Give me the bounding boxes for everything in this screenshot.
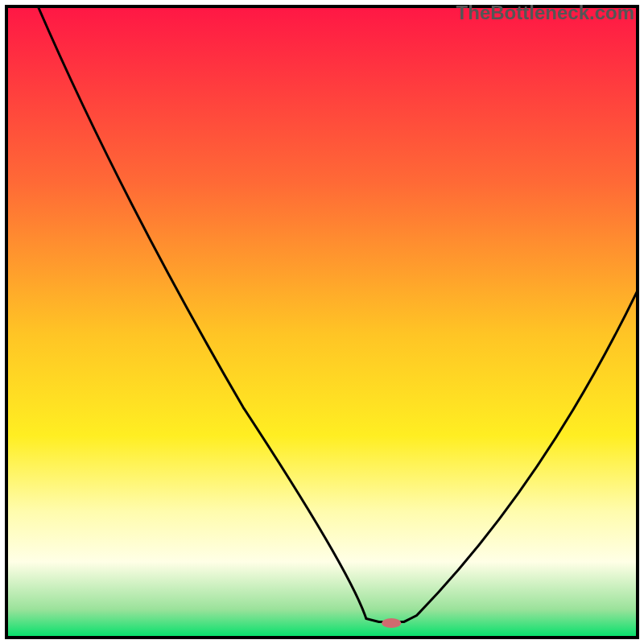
plot-area bbox=[6, 6, 638, 638]
watermark-text: TheBottleneck.com bbox=[456, 2, 634, 24]
gradient-background bbox=[6, 6, 638, 638]
optimal-marker bbox=[382, 618, 401, 628]
plot-svg bbox=[0, 0, 644, 644]
bottleneck-chart: TheBottleneck.com bbox=[0, 0, 644, 644]
